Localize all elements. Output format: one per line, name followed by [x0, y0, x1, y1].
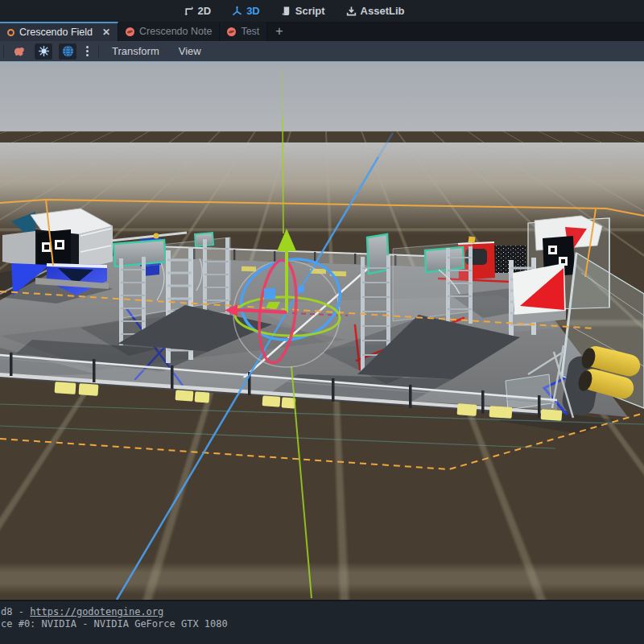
- tab-test[interactable]: Test: [220, 22, 267, 41]
- console-line-1: d8 - https://godotengine.org: [1, 606, 642, 618]
- console-line-2: ce #0: NVIDIA - NVIDIA GeForce GTX 1080: [1, 618, 642, 630]
- editor-context-bar: 2D 3D Script AssetLib: [0, 0, 644, 22]
- separator: [3, 45, 4, 58]
- context-button-assetlib[interactable]: AssetLib: [346, 5, 405, 17]
- node-3d-icon: [126, 27, 134, 36]
- selection-bounding-box: [0, 200, 644, 469]
- close-tab-icon[interactable]: ✕: [102, 27, 110, 38]
- gizmo-plane-handle-blue[interactable]: [264, 288, 275, 299]
- context-button-2d[interactable]: 2D: [184, 5, 212, 17]
- assetlib-download-icon: [346, 6, 357, 16]
- screen-2d-icon: [184, 6, 194, 16]
- gizmo-z-handle[interactable]: [298, 286, 305, 293]
- script-icon: [281, 6, 291, 16]
- add-scene-tab-button[interactable]: +: [267, 22, 291, 41]
- axis-lines: [117, 68, 393, 600]
- tab-label: Crescendo Field: [19, 27, 93, 38]
- context-label-2d: 2D: [198, 5, 212, 17]
- gizmo-overlay: [0, 62, 644, 600]
- tab-label: Crescendo Note: [139, 26, 212, 37]
- tab-crescendo-field[interactable]: Crescendo Field ✕: [0, 22, 118, 41]
- ruler-tool-icon[interactable]: [10, 43, 28, 60]
- transform-menu[interactable]: Transform: [105, 45, 166, 57]
- viewport-options-menu[interactable]: [83, 46, 92, 56]
- preview-environment-button[interactable]: [59, 43, 76, 60]
- tab-label: Test: [241, 26, 259, 37]
- scene-tab-bar: Crescendo Field ✕ Crescendo Note Test +: [0, 22, 644, 41]
- context-label-script: Script: [295, 5, 325, 17]
- tab-crescendo-note[interactable]: Crescendo Note: [118, 22, 220, 41]
- node-3d-icon: [227, 27, 236, 36]
- output-console: d8 - https://godotengine.org ce #0: NVID…: [0, 600, 644, 644]
- screen-3d-icon: [232, 6, 242, 16]
- separator: [98, 45, 99, 58]
- preview-sunlight-button[interactable]: [35, 43, 52, 60]
- environment-globe-icon: [62, 45, 74, 57]
- context-label-assetlib: AssetLib: [361, 5, 405, 17]
- context-label-3d: 3D: [246, 5, 260, 17]
- viewport-3d[interactable]: [0, 62, 644, 600]
- gizmo-rings[interactable]: [233, 249, 349, 367]
- context-button-3d[interactable]: 3D: [232, 5, 260, 17]
- scene-ring-icon: [7, 29, 14, 36]
- view-menu[interactable]: View: [172, 45, 208, 57]
- sun-icon: [38, 45, 50, 57]
- gizmo-plane-handle-green[interactable]: [266, 302, 280, 308]
- engine-url: https://godotengine.org: [30, 606, 163, 617]
- viewport-toolbar: Transform View: [0, 41, 644, 62]
- context-button-script[interactable]: Script: [281, 5, 325, 17]
